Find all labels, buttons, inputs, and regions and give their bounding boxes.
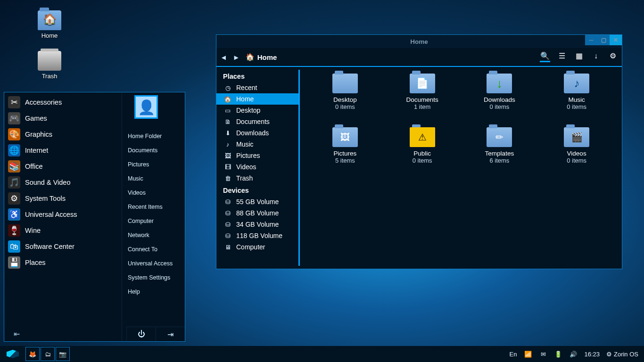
folder-desktop[interactable]: Desktop0 items	[306, 74, 384, 125]
sidebar-place-documents[interactable]: 🗎Documents	[216, 116, 298, 127]
category-icon: ⚙	[8, 192, 20, 205]
category-icon: 📚	[8, 160, 20, 173]
start-category-graphics[interactable]: 🎨Graphics	[4, 126, 122, 142]
category-icon: 🌐	[8, 144, 20, 156]
close-button[interactable]: ✕	[610, 35, 622, 45]
folder-count: 0 items	[461, 103, 538, 110]
folder-count: 6 items	[461, 157, 538, 164]
category-label: Office	[25, 163, 43, 170]
folder-icon	[487, 74, 512, 93]
category-label: Sound & Video	[25, 179, 70, 186]
start-link-system-settings[interactable]: System Settings	[122, 271, 185, 285]
sidebar-place-desktop[interactable]: ▭Desktop	[216, 105, 298, 116]
sidebar-place-videos[interactable]: 🎞Videos	[216, 161, 298, 173]
sidebar-place-trash[interactable]: 🗑Trash	[216, 173, 298, 184]
place-label: 118 GB Volume	[236, 232, 282, 239]
start-category-system-tools[interactable]: ⚙System Tools	[4, 190, 122, 206]
start-link-home-folder[interactable]: Home Folder	[122, 129, 185, 143]
trash-icon	[38, 51, 61, 71]
folder-name: Pictures	[306, 150, 384, 157]
file-manager-content[interactable]: Desktop0 itemsDocuments1 itemDownloads0 …	[300, 67, 622, 269]
sidebar-device-118-gb-volume[interactable]: ⛁118 GB Volume	[216, 230, 298, 241]
taskbar-firefox[interactable]: 🦊	[25, 347, 40, 361]
sidebar-device-34-gb-volume[interactable]: ⛁34 GB Volume	[216, 219, 298, 230]
start-category-sound-video[interactable]: 🎵Sound & Video	[4, 174, 122, 190]
view-list-button[interactable]: ☰	[557, 52, 567, 62]
folder-videos[interactable]: Videos0 items	[538, 127, 615, 179]
place-label: Pictures	[236, 152, 260, 159]
folder-icon	[332, 127, 358, 147]
system-menu[interactable]: ⚙ Zorin OS	[603, 347, 641, 361]
start-category-universal-access[interactable]: ♿Universal Access	[4, 206, 122, 222]
taskbar-files[interactable]: 🗂	[41, 347, 55, 361]
clock[interactable]: 16:23	[581, 347, 603, 361]
minimize-button[interactable]: ─	[585, 35, 597, 45]
place-label: 88 GB Volume	[236, 209, 279, 217]
start-link-music[interactable]: Music	[122, 172, 185, 186]
place-icon: ♪	[224, 140, 231, 148]
sort-button[interactable]: ↓	[591, 52, 601, 62]
start-menu-collapse[interactable]: ⇤	[14, 329, 20, 338]
network-icon[interactable]: 📶	[521, 347, 535, 361]
taskbar-camera[interactable]: 📷	[56, 347, 70, 361]
settings-button[interactable]: ⚙	[608, 52, 618, 62]
start-category-accessories[interactable]: ✂Accessories	[4, 94, 122, 110]
start-category-office[interactable]: 📚Office	[4, 158, 122, 174]
user-avatar[interactable]: 👤	[134, 95, 158, 119]
power-button[interactable]: ⏻	[126, 327, 156, 341]
folder-pictures[interactable]: Pictures5 items	[306, 127, 384, 179]
nav-back-button[interactable]: ◄	[220, 53, 227, 61]
place-icon: 🖼	[224, 152, 231, 159]
start-category-games[interactable]: 🎮Games	[4, 110, 122, 126]
folder-name: Public	[384, 150, 461, 157]
search-button[interactable]: 🔍	[540, 52, 550, 62]
start-category-software-center[interactable]: 🛍Software Center	[4, 239, 122, 255]
start-link-connect-to[interactable]: Connect To	[122, 242, 185, 256]
sidebar-device-55-gb-volume[interactable]: ⛁55 GB Volume	[216, 196, 298, 207]
volume-icon[interactable]: 🔊	[566, 347, 580, 361]
category-label: Graphics	[25, 131, 52, 138]
mail-icon[interactable]: ✉	[536, 347, 550, 361]
sidebar-place-pictures[interactable]: 🖼Pictures	[216, 150, 298, 161]
start-link-documents[interactable]: Documents	[122, 143, 185, 157]
folder-music[interactable]: Music0 items	[538, 74, 615, 125]
place-icon: ▭	[224, 107, 231, 114]
folder-name: Desktop	[306, 96, 384, 103]
sidebar-place-downloads[interactable]: ⬇Downloads	[216, 127, 298, 139]
start-category-wine[interactable]: 🍷Wine	[4, 222, 122, 239]
start-category-places[interactable]: 💾Places	[4, 255, 122, 271]
start-link-network[interactable]: Network	[122, 228, 185, 242]
start-button[interactable]	[3, 347, 25, 361]
start-link-computer[interactable]: Computer	[122, 214, 185, 228]
folder-count: 0 items	[306, 103, 384, 110]
start-link-universal-access[interactable]: Universal Access	[122, 256, 185, 271]
nav-forward-button[interactable]: ►	[233, 53, 240, 61]
sidebar-device-computer[interactable]: 🖥Computer	[216, 241, 298, 253]
file-manager-sidebar: Places ◷Recent🏠Home▭Desktop🗎Documents⬇Do…	[216, 67, 298, 269]
folder-templates[interactable]: Templates6 items	[461, 127, 538, 179]
start-category-internet[interactable]: 🌐Internet	[4, 142, 122, 158]
folder-documents[interactable]: Documents1 item	[384, 74, 461, 125]
sidebar-place-home[interactable]: 🏠Home	[216, 93, 298, 105]
category-label: Places	[25, 259, 46, 266]
start-link-pictures[interactable]: Pictures	[122, 157, 185, 172]
keyboard-indicator[interactable]: En	[506, 347, 520, 361]
sidebar-place-recent[interactable]: ◷Recent	[216, 82, 298, 93]
sidebar-place-music[interactable]: ♪Music	[216, 139, 298, 150]
start-link-recent-items[interactable]: Recent Items	[122, 200, 185, 214]
folder-downloads[interactable]: Downloads0 items	[461, 74, 538, 125]
logout-button[interactable]: ⇥	[156, 327, 185, 341]
category-label: System Tools	[25, 195, 66, 202]
path-home[interactable]: 🏠 Home	[246, 53, 277, 61]
sidebar-device-88-gb-volume[interactable]: ⛁88 GB Volume	[216, 207, 298, 219]
folder-public[interactable]: Public0 items	[384, 127, 461, 179]
desktop-icon-trash[interactable]: Trash	[28, 51, 71, 80]
start-link-help[interactable]: Help	[122, 285, 185, 299]
window-titlebar[interactable]: Home ─ ▢ ✕	[216, 35, 622, 48]
view-grid-button[interactable]: ▦	[574, 52, 584, 62]
battery-icon[interactable]: 🔋	[551, 347, 565, 361]
desktop-icon-home[interactable]: Home	[28, 10, 71, 39]
maximize-button[interactable]: ▢	[597, 35, 610, 45]
start-link-videos[interactable]: Videos	[122, 186, 185, 200]
place-label: Videos	[236, 163, 256, 171]
